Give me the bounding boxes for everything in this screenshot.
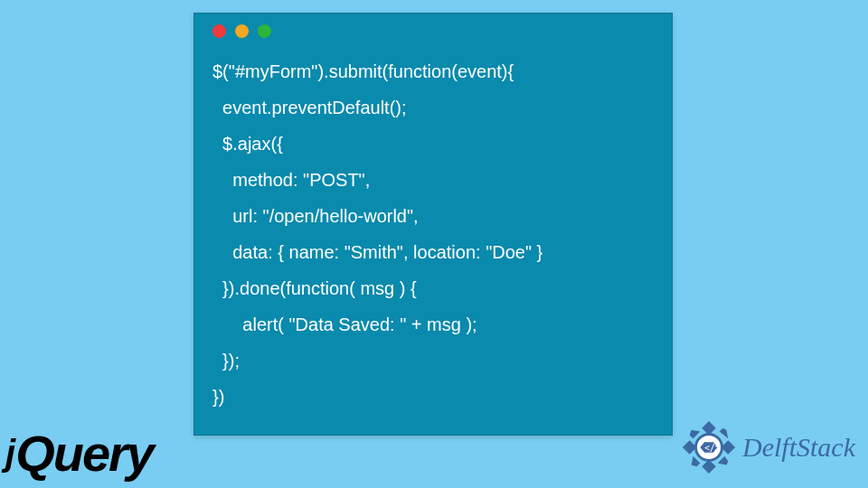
jquery-logo-main: Query <box>15 425 153 482</box>
delftstack-text: DelftStack <box>742 432 855 463</box>
jquery-logo-prefix: j <box>5 433 15 473</box>
minimize-icon[interactable] <box>235 24 249 38</box>
delftstack-logo-block: </> DelftStack <box>681 419 855 475</box>
close-icon[interactable] <box>212 24 226 38</box>
svg-marker-5 <box>720 428 729 439</box>
delftstack-icon: </> <box>681 419 737 475</box>
window-titlebar <box>194 14 672 48</box>
svg-text:</>: </> <box>704 443 721 453</box>
zoom-icon[interactable] <box>258 24 271 38</box>
code-window: $("#myForm").submit(function(event){ eve… <box>193 13 673 436</box>
jquery-logo: jQuery <box>5 424 153 483</box>
code-block: $("#myForm").submit(function(event){ eve… <box>194 48 672 435</box>
